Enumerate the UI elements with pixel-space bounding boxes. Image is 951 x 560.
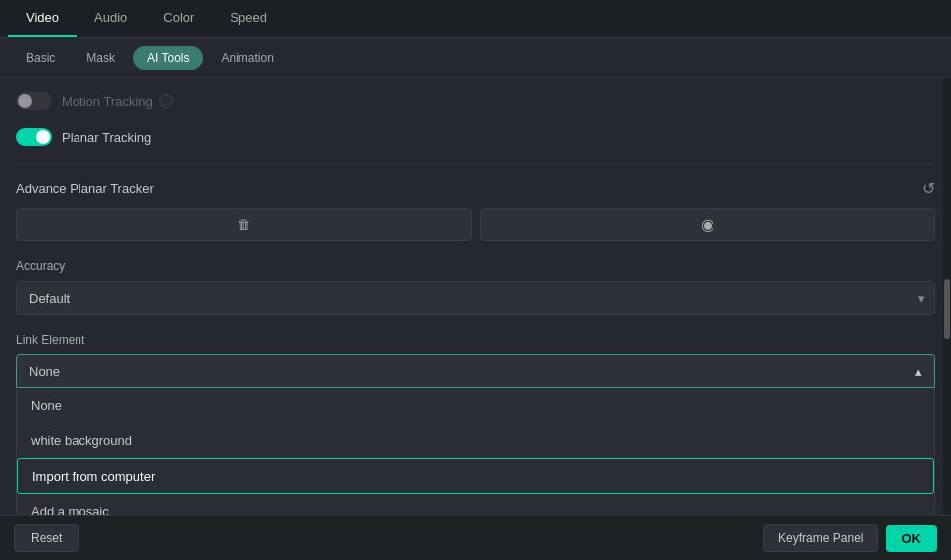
- subtab-ai-tools[interactable]: AI Tools: [133, 46, 203, 70]
- motion-tracking-info-icon: ⓘ: [159, 94, 173, 108]
- accuracy-select[interactable]: Default: [16, 281, 935, 315]
- link-element-chevron-icon: ▴: [915, 364, 922, 379]
- tab-color[interactable]: Color: [145, 0, 212, 37]
- link-element-value: None: [29, 364, 60, 379]
- motion-tracking-toggle[interactable]: [16, 92, 52, 110]
- link-element-dropdown: None white background Import from comput…: [16, 388, 935, 515]
- scrollbar-thumb: [944, 279, 950, 339]
- ok-button[interactable]: OK: [886, 525, 938, 552]
- action-buttons: 🗑 ◉: [16, 208, 935, 241]
- accuracy-select-wrapper: Default ▾: [16, 281, 935, 315]
- link-element-select[interactable]: None ▴: [16, 354, 935, 388]
- delete-button[interactable]: 🗑: [16, 208, 472, 241]
- dropdown-item-mosaic[interactable]: Add a mosaic: [17, 494, 934, 515]
- keyframe-panel-button[interactable]: Keyframe Panel: [763, 524, 877, 552]
- link-element-wrapper: None ▴ None white background Import from…: [16, 354, 935, 388]
- planar-tracking-label: Planar Tracking: [62, 130, 151, 145]
- accuracy-label: Accuracy: [16, 259, 935, 273]
- tab-speed[interactable]: Speed: [212, 0, 285, 37]
- planar-tracking-toggle[interactable]: [16, 128, 52, 146]
- bottom-right-controls: Keyframe Panel OK: [763, 524, 937, 552]
- bottom-bar: Reset Keyframe Panel OK: [0, 515, 951, 560]
- app-container: Video Audio Color Speed Basic Mask AI To…: [0, 0, 951, 560]
- scrollbar[interactable]: [943, 78, 951, 515]
- planar-tracking-row: Planar Tracking: [16, 128, 935, 146]
- subtab-animation[interactable]: Animation: [207, 46, 287, 70]
- motion-tracking-row: Motion Tracking ⓘ: [16, 92, 935, 110]
- reset-advance-tracker-icon[interactable]: ↺: [922, 179, 935, 198]
- tab-audio[interactable]: Audio: [77, 0, 145, 37]
- toggle-knob-planar: [36, 130, 50, 144]
- reset-button[interactable]: Reset: [14, 524, 79, 552]
- divider-1: [16, 164, 935, 165]
- motion-tracking-label: Motion Tracking ⓘ: [62, 94, 173, 109]
- dropdown-item-white-bg[interactable]: white background: [17, 423, 934, 458]
- subtab-mask[interactable]: Mask: [73, 46, 129, 70]
- sub-tabs: Basic Mask AI Tools Animation: [0, 38, 951, 78]
- eye-icon: ◉: [701, 215, 714, 234]
- dropdown-item-import[interactable]: Import from computer: [17, 458, 934, 494]
- link-element-label: Link Element: [16, 333, 935, 347]
- subtab-basic[interactable]: Basic: [12, 46, 69, 70]
- advance-planar-tracker-title: Advance Planar Tracker: [16, 181, 154, 196]
- content-area: Motion Tracking ⓘ Planar Tracking Advanc…: [0, 78, 951, 515]
- scrollable-content: Motion Tracking ⓘ Planar Tracking Advanc…: [0, 78, 951, 515]
- top-tabs: Video Audio Color Speed: [0, 0, 951, 38]
- accuracy-value: Default: [29, 291, 70, 306]
- dropdown-item-none[interactable]: None: [17, 388, 934, 423]
- advance-planar-tracker-header: Advance Planar Tracker ↺: [16, 179, 935, 198]
- tab-video[interactable]: Video: [8, 0, 77, 37]
- eye-button[interactable]: ◉: [480, 208, 936, 241]
- toggle-knob-motion: [18, 94, 32, 108]
- delete-icon: 🗑: [238, 217, 250, 232]
